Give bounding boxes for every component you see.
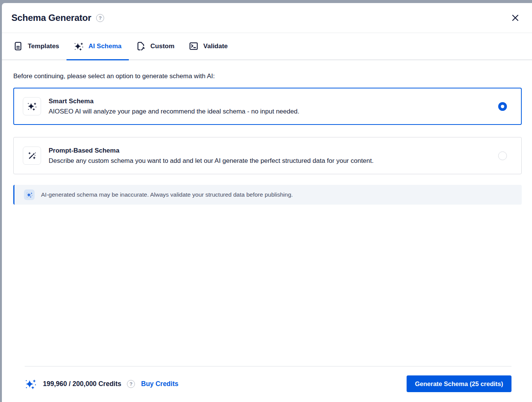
- sparkles-icon: [25, 378, 36, 390]
- intro-text: Before continuing, please select an opti…: [13, 73, 522, 80]
- schema-generator-modal: Schema Generator ? Templates AI Schema: [2, 3, 532, 402]
- sparkles-icon: [26, 192, 33, 198]
- notice-text: AI-generated schema may be inaccurate. A…: [41, 191, 293, 198]
- option-description: AIOSEO AI will analyze your page and rec…: [49, 108, 299, 115]
- generate-schema-button[interactable]: Generate Schema (25 credits): [407, 375, 511, 392]
- page-title: Schema Generator: [11, 13, 91, 23]
- footer-row: 199,960 / 200,000 Credits ? Buy Credits …: [25, 375, 511, 392]
- tab-label: Templates: [28, 43, 59, 50]
- modal-body: Before continuing, please select an opti…: [2, 60, 532, 402]
- tab-validate[interactable]: Validate: [182, 33, 235, 59]
- footer-divider: [25, 366, 511, 367]
- close-icon: [511, 14, 519, 22]
- tab-label: Custom: [150, 43, 174, 50]
- radio-prompt-based-schema[interactable]: [498, 151, 507, 160]
- radio-smart-schema[interactable]: [498, 102, 507, 111]
- tab-custom[interactable]: Custom: [129, 33, 182, 59]
- tab-templates[interactable]: Templates: [6, 33, 66, 59]
- document-icon: [13, 41, 23, 51]
- option-title: Prompt-Based Schema: [49, 147, 374, 154]
- option-description: Describe any custom schema you want to a…: [49, 157, 374, 165]
- sparkles-icon: [74, 41, 84, 51]
- document-edit-icon: [136, 41, 146, 51]
- option-smart-schema[interactable]: Smart Schema AIOSEO AI will analyze your…: [13, 88, 522, 125]
- sparkles-icon: [27, 101, 37, 111]
- option-text: Prompt-Based Schema Describe any custom …: [49, 147, 374, 165]
- ai-disclaimer-banner: AI-generated schema may be inaccurate. A…: [13, 185, 522, 205]
- tab-label: Validate: [203, 43, 228, 50]
- close-button[interactable]: [510, 13, 521, 23]
- modal-footer: 199,960 / 200,000 Credits ? Buy Credits …: [13, 366, 522, 402]
- buy-credits-link[interactable]: Buy Credits: [141, 380, 178, 388]
- credits-counter: 199,960 / 200,000 Credits: [43, 380, 121, 388]
- notice-iconbox: [24, 189, 35, 200]
- option-text: Smart Schema AIOSEO AI will analyze your…: [49, 98, 299, 115]
- modal-header: Schema Generator ?: [2, 3, 532, 33]
- magic-wand-icon: [27, 151, 37, 161]
- tab-label: AI Schema: [89, 43, 122, 50]
- help-icon[interactable]: ?: [96, 14, 104, 22]
- terminal-icon: [189, 41, 198, 51]
- option-title: Smart Schema: [49, 98, 299, 105]
- tab-ai-schema[interactable]: AI Schema: [66, 33, 129, 59]
- tab-bar: Templates AI Schema Custom Validate: [2, 33, 532, 60]
- option-prompt-based-schema[interactable]: Prompt-Based Schema Describe any custom …: [13, 137, 522, 174]
- option-iconbox: [23, 97, 41, 115]
- option-iconbox: [23, 147, 41, 165]
- credits-help-icon[interactable]: ?: [127, 380, 135, 388]
